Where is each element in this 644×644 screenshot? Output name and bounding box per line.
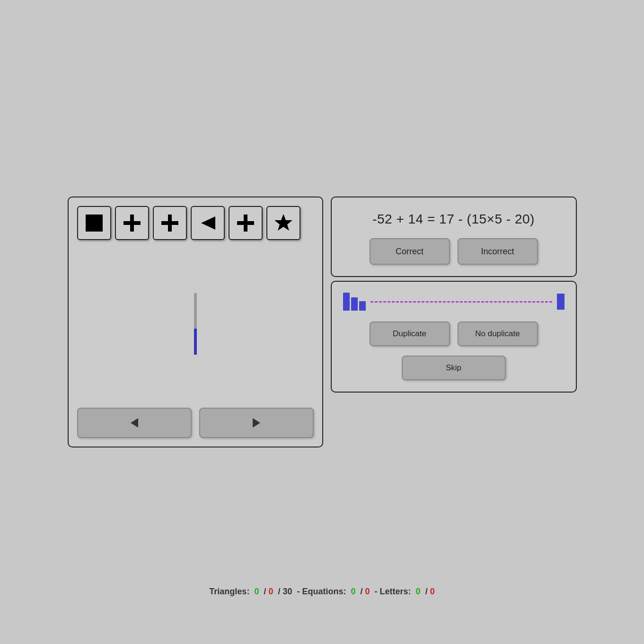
toolbar — [77, 206, 314, 240]
duplicate-button[interactable]: Duplicate — [370, 322, 450, 346]
triangles-red: 0 — [268, 587, 273, 596]
bar-3 — [359, 301, 366, 311]
main-container: -52 + 14 = 17 - (15×5 - 20) Correct Inco… — [68, 197, 577, 447]
incorrect-button[interactable]: Incorrect — [458, 238, 538, 265]
star-icon — [273, 213, 294, 233]
svg-rect-7 — [237, 221, 254, 225]
svg-marker-10 — [253, 418, 260, 428]
status-bar: Triangles: 0 / 0 / 30 - Equations: 0 / 0… — [209, 587, 434, 597]
equation-display: -52 + 14 = 17 - (15×5 - 20) — [372, 212, 535, 227]
bar-1 — [343, 293, 350, 311]
svg-marker-8 — [274, 214, 292, 231]
bar-2 — [351, 297, 358, 311]
line-blue-segment — [194, 329, 197, 355]
equations-label: - Equations: — [297, 587, 346, 596]
square-icon — [84, 213, 105, 233]
nav-buttons — [77, 408, 314, 438]
equations-red: 0 — [365, 587, 370, 596]
plus-icon-3 — [235, 213, 256, 233]
svg-rect-4 — [161, 221, 178, 225]
vertical-line-element — [194, 293, 197, 355]
triangles-total: / 30 — [278, 587, 292, 596]
correct-button[interactable]: Correct — [370, 238, 450, 265]
plus-icon-1 — [122, 213, 142, 233]
duplicate-panel: Duplicate No duplicate Skip — [331, 281, 577, 393]
left-panel — [68, 197, 323, 447]
plus-tool-2-button[interactable] — [153, 206, 187, 240]
skip-button[interactable]: Skip — [402, 356, 506, 380]
canvas-area — [77, 247, 314, 401]
next-button[interactable] — [199, 408, 314, 438]
triangles-green: 0 — [254, 587, 259, 596]
prev-arrow-icon — [128, 416, 141, 429]
letters-red: 0 — [430, 587, 435, 596]
letters-label: - Letters: — [375, 587, 411, 596]
right-panel: -52 + 14 = 17 - (15×5 - 20) Correct Inco… — [331, 197, 577, 393]
dashed-line — [371, 301, 552, 303]
svg-marker-9 — [131, 418, 138, 428]
svg-rect-0 — [86, 215, 103, 232]
svg-marker-5 — [201, 216, 215, 230]
answer-buttons-group: Correct Incorrect — [370, 238, 538, 265]
square-tool-button[interactable] — [77, 206, 111, 240]
svg-rect-2 — [124, 221, 141, 225]
plus-tool-3-button[interactable] — [229, 206, 263, 240]
back-arrow-tool-button[interactable] — [191, 206, 225, 240]
left-bars — [343, 293, 366, 311]
no-duplicate-button[interactable]: No duplicate — [458, 322, 538, 346]
right-bar — [557, 294, 565, 310]
plus-tool-1-button[interactable] — [115, 206, 149, 240]
triangles-label: Triangles: — [209, 587, 249, 596]
equation-panel: -52 + 14 = 17 - (15×5 - 20) Correct Inco… — [331, 197, 577, 277]
prev-button[interactable] — [77, 408, 192, 438]
star-tool-button[interactable] — [266, 206, 300, 240]
line-diagram — [343, 291, 565, 312]
plus-icon-2 — [159, 213, 180, 233]
dup-answer-buttons: Duplicate No duplicate — [370, 322, 538, 346]
back-arrow-icon — [197, 213, 218, 233]
equations-green: 0 — [351, 587, 356, 596]
letters-green: 0 — [416, 587, 421, 596]
line-gray-segment — [194, 293, 197, 329]
next-arrow-icon — [250, 416, 263, 429]
